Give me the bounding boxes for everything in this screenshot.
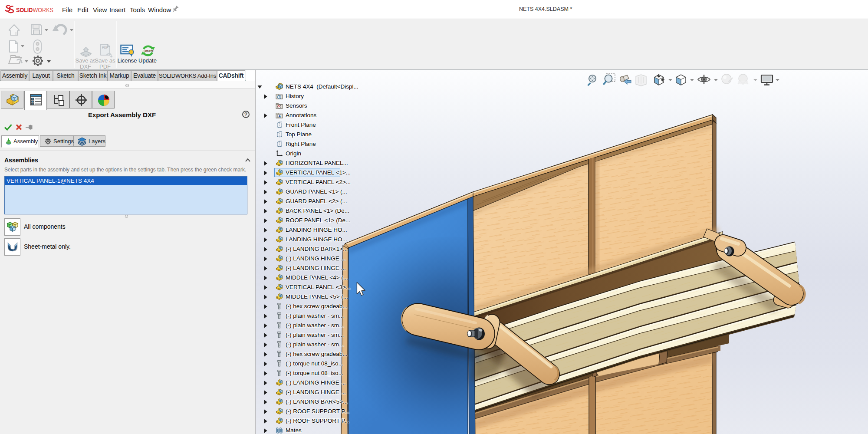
- svg-text:SOLIDWORKS: SOLIDWORKS: [16, 6, 53, 13]
- svg-text:UPDATE: UPDATE: [144, 50, 154, 53]
- svg-text:PDF: PDF: [102, 46, 108, 49]
